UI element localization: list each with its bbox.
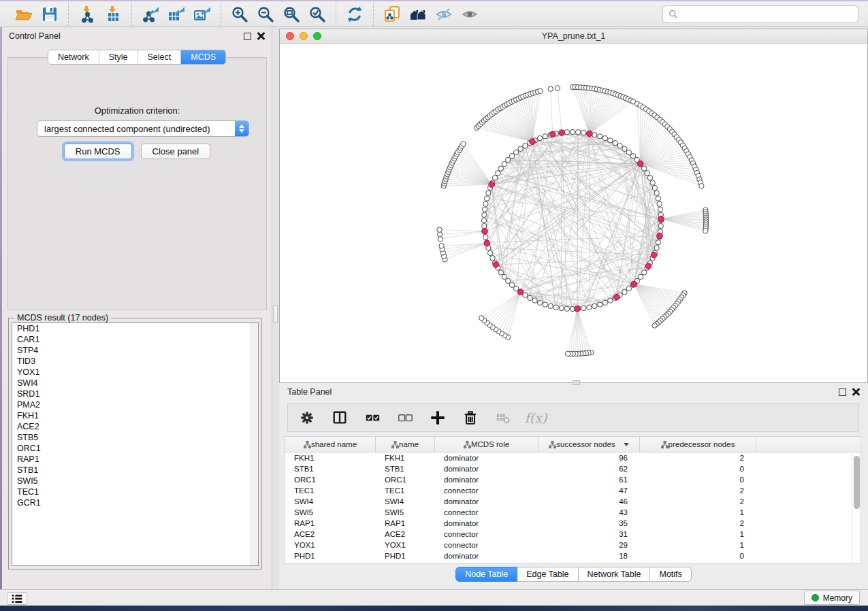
tab-network-table[interactable]: Network Table: [579, 567, 651, 582]
delete-table-button: [494, 408, 513, 427]
table-row[interactable]: ORC1ORC1dominator610: [285, 474, 861, 485]
save-session-button[interactable]: [38, 3, 61, 25]
table-cell: 47: [539, 486, 640, 495]
column-header-MCDS-role[interactable]: MCDS role: [435, 437, 539, 452]
close-panel-icon[interactable]: [257, 32, 265, 40]
mcds-list-scrollbar[interactable]: [251, 323, 258, 565]
table-cell: connector: [435, 541, 539, 549]
hide-selected-button[interactable]: [432, 3, 455, 25]
mcds-result-item[interactable]: ORC1: [12, 443, 258, 454]
mcds-result-item[interactable]: TID3: [12, 356, 258, 367]
mcds-result-item[interactable]: TEC1: [12, 486, 258, 497]
mcds-result-list[interactable]: PHD1CAR1STP4TID3YOX1SWI4SRD1PMA2FKH1ACE2…: [12, 323, 259, 566]
copy-view-button[interactable]: [381, 3, 404, 25]
open-file-button[interactable]: [12, 3, 35, 25]
network-window-title: YPA_prune.txt_1: [280, 31, 867, 41]
export-image-button[interactable]: [191, 3, 214, 25]
run-mcds-button[interactable]: Run MCDS: [64, 144, 132, 159]
zoom-fit-button[interactable]: [280, 3, 303, 25]
close-table-panel-icon[interactable]: [852, 388, 860, 396]
table-scrollbar-thumb[interactable]: [854, 456, 860, 509]
table-cell: 62: [539, 465, 640, 473]
tab-edge-table[interactable]: Edge Table: [517, 567, 578, 582]
table-row[interactable]: PHD1PHD1dominator180: [285, 550, 861, 561]
vertical-splitter[interactable]: [272, 27, 279, 589]
mcds-result-item[interactable]: SWI5: [12, 476, 258, 486]
tab-node-table[interactable]: Node Table: [455, 567, 517, 582]
table-scrollbar[interactable]: [852, 453, 861, 563]
delete-table-icon: [495, 410, 511, 426]
mcds-result-item[interactable]: SRD1: [12, 389, 258, 399]
tab-style[interactable]: Style: [99, 50, 138, 64]
column-header-shared-name[interactable]: shared name: [285, 437, 376, 452]
zoom-in-button[interactable]: [228, 3, 251, 25]
show-columns-button[interactable]: [330, 408, 349, 427]
table-row[interactable]: SWI5SWI5connector431: [285, 507, 861, 518]
tab-mcds[interactable]: MCDS: [180, 50, 225, 64]
column-header-predecessor-nodes[interactable]: predecessor nodes: [640, 437, 756, 452]
select-all-rows-icon: [364, 410, 381, 426]
column-header-successor-nodes[interactable]: successor nodes: [539, 437, 640, 452]
mcds-result-item[interactable]: RAP1: [12, 454, 258, 465]
export-table-button[interactable]: [165, 3, 188, 25]
mcds-result-item[interactable]: STB1: [12, 465, 258, 476]
criterion-dropdown[interactable]: largest connected component (undirected): [37, 120, 249, 137]
import-network-button[interactable]: [76, 3, 99, 25]
table-cell: 0: [640, 552, 756, 560]
import-table-button[interactable]: [101, 3, 125, 25]
memory-button[interactable]: Memory: [804, 591, 860, 605]
float-table-panel-icon[interactable]: [839, 389, 846, 396]
table-row[interactable]: STB1STB1dominator620: [285, 463, 861, 474]
mcds-result-item[interactable]: ACE2: [12, 421, 258, 432]
mcds-result-item[interactable]: STB5: [12, 432, 258, 443]
mcds-result-item[interactable]: STP4: [12, 345, 258, 356]
first-neighbors-button[interactable]: [406, 3, 430, 25]
tab-motifs[interactable]: Motifs: [650, 567, 691, 582]
show-columns-icon: [332, 410, 348, 426]
deselect-all-rows-button[interactable]: [396, 408, 415, 427]
float-panel-icon[interactable]: [244, 33, 251, 40]
first-neighbors-icon: [409, 5, 427, 23]
tab-select[interactable]: Select: [138, 50, 181, 64]
table-row[interactable]: TEC1TEC1connector472: [285, 485, 861, 496]
zoom-selected-button[interactable]: [306, 3, 329, 25]
show-all-button[interactable]: [458, 3, 481, 25]
add-column-button[interactable]: [428, 408, 447, 427]
mcds-result-item[interactable]: GCR1: [12, 497, 258, 508]
delete-column-button[interactable]: [461, 408, 480, 427]
mcds-result-item[interactable]: SWI4: [12, 378, 258, 389]
close-panel-button[interactable]: Close panel: [141, 144, 211, 159]
table-cell: 2: [640, 497, 756, 506]
table-toolbar: f(x): [287, 403, 859, 432]
save-session-icon: [41, 5, 59, 23]
table-row[interactable]: SWI4SWI4dominator462: [285, 496, 861, 507]
table-row[interactable]: RAP1RAP1dominator352: [285, 518, 861, 529]
table-row[interactable]: FKH1FKH1dominator962: [285, 452, 861, 463]
table-cell: ORC1: [376, 476, 435, 484]
mcds-result-item[interactable]: PMA2: [12, 399, 258, 410]
network-canvas[interactable]: [280, 44, 867, 382]
network-graph[interactable]: [280, 44, 867, 382]
task-history-button[interactable]: [7, 592, 27, 605]
table-cell: 46: [539, 497, 640, 506]
horizontal-splitter-handle[interactable]: [573, 380, 580, 385]
table-cell: ACE2: [285, 530, 376, 538]
table-settings-button[interactable]: [298, 408, 317, 427]
select-all-rows-button[interactable]: [363, 408, 382, 427]
column-header-name[interactable]: name: [376, 437, 435, 452]
tab-network[interactable]: Network: [48, 50, 99, 64]
table-row[interactable]: ACE2ACE2connector311: [285, 529, 861, 540]
search-input[interactable]: [682, 10, 852, 19]
mcds-result-item[interactable]: FKH1: [12, 410, 258, 421]
table-row[interactable]: YOX1YOX1connector291: [285, 540, 861, 550]
mcds-result-item[interactable]: CAR1: [12, 334, 258, 345]
zoom-selected-icon: [308, 5, 326, 23]
mcds-result-item[interactable]: PHD1: [12, 323, 258, 334]
main-toolbar: [0, 0, 868, 27]
zoom-out-button[interactable]: [254, 3, 277, 25]
splitter-handle[interactable]: [273, 305, 278, 323]
mcds-result-item[interactable]: YOX1: [12, 367, 258, 378]
search-icon: [669, 10, 678, 19]
export-network-button[interactable]: [139, 3, 162, 25]
refresh-layout-button[interactable]: [343, 3, 366, 25]
